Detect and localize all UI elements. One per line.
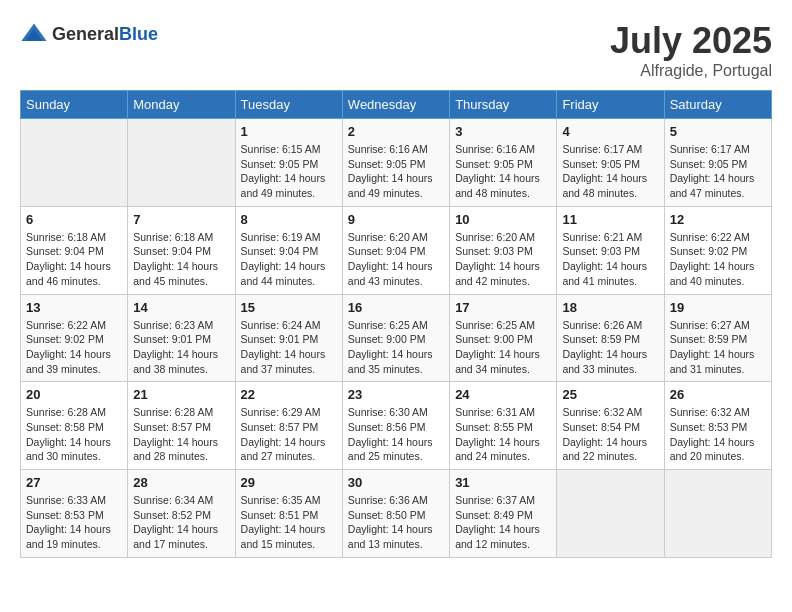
day-number: 25 (562, 387, 658, 402)
day-number: 15 (241, 300, 337, 315)
calendar-cell (128, 119, 235, 207)
day-info: Sunrise: 6:24 AMSunset: 9:01 PMDaylight:… (241, 318, 337, 377)
logo-text-blue: Blue (119, 24, 158, 44)
day-info: Sunrise: 6:18 AMSunset: 9:04 PMDaylight:… (133, 230, 229, 289)
day-number: 21 (133, 387, 229, 402)
calendar-cell (557, 470, 664, 558)
day-info: Sunrise: 6:17 AMSunset: 9:05 PMDaylight:… (670, 142, 766, 201)
day-number: 6 (26, 212, 122, 227)
calendar-cell: 29Sunrise: 6:35 AMSunset: 8:51 PMDayligh… (235, 470, 342, 558)
calendar-cell: 5Sunrise: 6:17 AMSunset: 9:05 PMDaylight… (664, 119, 771, 207)
calendar-header-row: SundayMondayTuesdayWednesdayThursdayFrid… (21, 91, 772, 119)
day-info: Sunrise: 6:23 AMSunset: 9:01 PMDaylight:… (133, 318, 229, 377)
calendar-cell: 24Sunrise: 6:31 AMSunset: 8:55 PMDayligh… (450, 382, 557, 470)
day-info: Sunrise: 6:22 AMSunset: 9:02 PMDaylight:… (26, 318, 122, 377)
calendar-week-row: 20Sunrise: 6:28 AMSunset: 8:58 PMDayligh… (21, 382, 772, 470)
day-number: 1 (241, 124, 337, 139)
day-number: 12 (670, 212, 766, 227)
day-header-tuesday: Tuesday (235, 91, 342, 119)
day-info: Sunrise: 6:16 AMSunset: 9:05 PMDaylight:… (348, 142, 444, 201)
day-number: 13 (26, 300, 122, 315)
calendar-cell: 10Sunrise: 6:20 AMSunset: 9:03 PMDayligh… (450, 206, 557, 294)
day-info: Sunrise: 6:34 AMSunset: 8:52 PMDaylight:… (133, 493, 229, 552)
day-header-friday: Friday (557, 91, 664, 119)
day-number: 17 (455, 300, 551, 315)
calendar-table: SundayMondayTuesdayWednesdayThursdayFrid… (20, 90, 772, 558)
calendar-cell: 4Sunrise: 6:17 AMSunset: 9:05 PMDaylight… (557, 119, 664, 207)
day-number: 18 (562, 300, 658, 315)
calendar-cell: 8Sunrise: 6:19 AMSunset: 9:04 PMDaylight… (235, 206, 342, 294)
day-header-thursday: Thursday (450, 91, 557, 119)
day-info: Sunrise: 6:27 AMSunset: 8:59 PMDaylight:… (670, 318, 766, 377)
day-info: Sunrise: 6:15 AMSunset: 9:05 PMDaylight:… (241, 142, 337, 201)
day-number: 11 (562, 212, 658, 227)
location-subtitle: Alfragide, Portugal (610, 62, 772, 80)
calendar-cell: 2Sunrise: 6:16 AMSunset: 9:05 PMDaylight… (342, 119, 449, 207)
day-header-wednesday: Wednesday (342, 91, 449, 119)
logo: GeneralBlue (20, 20, 158, 48)
calendar-cell: 31Sunrise: 6:37 AMSunset: 8:49 PMDayligh… (450, 470, 557, 558)
calendar-cell: 6Sunrise: 6:18 AMSunset: 9:04 PMDaylight… (21, 206, 128, 294)
day-number: 31 (455, 475, 551, 490)
day-info: Sunrise: 6:26 AMSunset: 8:59 PMDaylight:… (562, 318, 658, 377)
day-number: 26 (670, 387, 766, 402)
calendar-cell: 15Sunrise: 6:24 AMSunset: 9:01 PMDayligh… (235, 294, 342, 382)
day-info: Sunrise: 6:31 AMSunset: 8:55 PMDaylight:… (455, 405, 551, 464)
day-number: 9 (348, 212, 444, 227)
day-number: 8 (241, 212, 337, 227)
calendar-cell: 13Sunrise: 6:22 AMSunset: 9:02 PMDayligh… (21, 294, 128, 382)
calendar-cell: 1Sunrise: 6:15 AMSunset: 9:05 PMDaylight… (235, 119, 342, 207)
calendar-cell: 20Sunrise: 6:28 AMSunset: 8:58 PMDayligh… (21, 382, 128, 470)
calendar-cell: 12Sunrise: 6:22 AMSunset: 9:02 PMDayligh… (664, 206, 771, 294)
day-number: 5 (670, 124, 766, 139)
day-info: Sunrise: 6:20 AMSunset: 9:03 PMDaylight:… (455, 230, 551, 289)
day-info: Sunrise: 6:17 AMSunset: 9:05 PMDaylight:… (562, 142, 658, 201)
day-header-monday: Monday (128, 91, 235, 119)
day-info: Sunrise: 6:21 AMSunset: 9:03 PMDaylight:… (562, 230, 658, 289)
day-number: 16 (348, 300, 444, 315)
day-info: Sunrise: 6:18 AMSunset: 9:04 PMDaylight:… (26, 230, 122, 289)
day-number: 7 (133, 212, 229, 227)
calendar-week-row: 27Sunrise: 6:33 AMSunset: 8:53 PMDayligh… (21, 470, 772, 558)
day-info: Sunrise: 6:20 AMSunset: 9:04 PMDaylight:… (348, 230, 444, 289)
day-info: Sunrise: 6:33 AMSunset: 8:53 PMDaylight:… (26, 493, 122, 552)
calendar-cell: 18Sunrise: 6:26 AMSunset: 8:59 PMDayligh… (557, 294, 664, 382)
logo-icon (20, 20, 48, 48)
day-info: Sunrise: 6:16 AMSunset: 9:05 PMDaylight:… (455, 142, 551, 201)
page-header: GeneralBlue July 2025 Alfragide, Portuga… (20, 20, 772, 80)
logo-text-general: General (52, 24, 119, 44)
day-number: 22 (241, 387, 337, 402)
day-number: 19 (670, 300, 766, 315)
day-info: Sunrise: 6:28 AMSunset: 8:57 PMDaylight:… (133, 405, 229, 464)
calendar-cell: 26Sunrise: 6:32 AMSunset: 8:53 PMDayligh… (664, 382, 771, 470)
day-info: Sunrise: 6:25 AMSunset: 9:00 PMDaylight:… (348, 318, 444, 377)
day-info: Sunrise: 6:32 AMSunset: 8:54 PMDaylight:… (562, 405, 658, 464)
calendar-cell (21, 119, 128, 207)
day-info: Sunrise: 6:19 AMSunset: 9:04 PMDaylight:… (241, 230, 337, 289)
day-number: 27 (26, 475, 122, 490)
day-number: 24 (455, 387, 551, 402)
day-number: 30 (348, 475, 444, 490)
calendar-cell: 11Sunrise: 6:21 AMSunset: 9:03 PMDayligh… (557, 206, 664, 294)
day-number: 20 (26, 387, 122, 402)
day-info: Sunrise: 6:36 AMSunset: 8:50 PMDaylight:… (348, 493, 444, 552)
calendar-cell: 27Sunrise: 6:33 AMSunset: 8:53 PMDayligh… (21, 470, 128, 558)
calendar-cell: 25Sunrise: 6:32 AMSunset: 8:54 PMDayligh… (557, 382, 664, 470)
calendar-cell: 17Sunrise: 6:25 AMSunset: 9:00 PMDayligh… (450, 294, 557, 382)
calendar-cell: 21Sunrise: 6:28 AMSunset: 8:57 PMDayligh… (128, 382, 235, 470)
calendar-cell: 22Sunrise: 6:29 AMSunset: 8:57 PMDayligh… (235, 382, 342, 470)
title-block: July 2025 Alfragide, Portugal (610, 20, 772, 80)
day-header-saturday: Saturday (664, 91, 771, 119)
month-year-title: July 2025 (610, 20, 772, 62)
day-number: 3 (455, 124, 551, 139)
day-info: Sunrise: 6:30 AMSunset: 8:56 PMDaylight:… (348, 405, 444, 464)
day-info: Sunrise: 6:32 AMSunset: 8:53 PMDaylight:… (670, 405, 766, 464)
calendar-cell: 9Sunrise: 6:20 AMSunset: 9:04 PMDaylight… (342, 206, 449, 294)
calendar-cell (664, 470, 771, 558)
day-number: 10 (455, 212, 551, 227)
day-info: Sunrise: 6:22 AMSunset: 9:02 PMDaylight:… (670, 230, 766, 289)
day-info: Sunrise: 6:35 AMSunset: 8:51 PMDaylight:… (241, 493, 337, 552)
calendar-cell: 16Sunrise: 6:25 AMSunset: 9:00 PMDayligh… (342, 294, 449, 382)
day-number: 29 (241, 475, 337, 490)
day-header-sunday: Sunday (21, 91, 128, 119)
